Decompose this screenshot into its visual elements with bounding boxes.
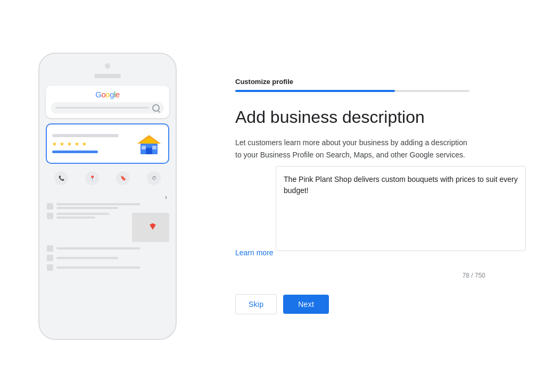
learn-more-link[interactable]: Learn more — [235, 248, 274, 257]
button-row: Skip Next — [235, 294, 528, 314]
call-icon: 📞 — [54, 171, 68, 185]
business-description-textarea[interactable] — [276, 166, 526, 251]
info-lines-3 — [56, 257, 168, 259]
star-rating: ★ ★ ★ ★ ★ — [52, 141, 135, 147]
info-row-1 — [46, 203, 169, 210]
char-count: 78 / 750 — [235, 272, 485, 279]
info-line-2a — [56, 247, 141, 249]
map-info-line-a — [56, 213, 109, 215]
main-container: Google ★ ★ ★ ★ ★ — [17, 10, 528, 382]
info-row-2 — [46, 245, 169, 252]
phone-search-bar: Google — [46, 86, 169, 118]
business-card-highlight: ★ ★ ★ ★ ★ — [46, 123, 169, 164]
progress-label: Customize profile — [235, 78, 528, 86]
svg-rect-1 — [146, 148, 152, 154]
skip-button[interactable]: Skip — [235, 294, 277, 314]
progress-section: Customize profile — [235, 78, 528, 92]
form-title: Add business description — [235, 107, 528, 127]
form-description: Let customers learn more about your busi… — [235, 137, 469, 161]
star-5: ★ — [82, 141, 88, 147]
progress-bar-background — [235, 90, 469, 92]
info-icon-3 — [47, 255, 53, 261]
map-info-lines — [56, 213, 127, 219]
card-info: ★ ★ ★ ★ ★ — [52, 134, 135, 153]
search-input-mock — [51, 102, 164, 114]
info-lines-2 — [56, 247, 168, 249]
search-icon — [152, 104, 160, 112]
next-button[interactable]: Next — [283, 295, 329, 314]
save-icon: 🔖 — [116, 171, 130, 185]
star-4: ★ — [75, 141, 81, 147]
directions-icon: 📍 — [85, 171, 99, 185]
card-link-line — [52, 151, 98, 153]
info-line-3a — [56, 257, 118, 259]
map-info-line-b — [56, 216, 95, 219]
chevron-row: › — [46, 194, 169, 201]
star-1: ★ — [52, 141, 59, 147]
info-row-4 — [46, 264, 169, 271]
star-3: ★ — [67, 141, 73, 147]
search-line — [55, 107, 149, 109]
card-name-line — [52, 134, 119, 137]
google-logo: Google — [51, 90, 164, 99]
map-info — [46, 213, 128, 242]
star-2: ★ — [60, 141, 66, 147]
phone-mockup-wrap: Google ★ ★ ★ ★ ★ — [17, 53, 198, 340]
info-line-4a — [56, 266, 141, 269]
more-icon: ⏱ — [147, 171, 161, 185]
map-info-row-1 — [46, 213, 128, 219]
info-line-1a — [56, 203, 141, 205]
info-lines-4 — [56, 266, 168, 269]
map-pin — [150, 224, 156, 230]
phone-mockup: Google ★ ★ ★ ★ ★ — [38, 53, 177, 340]
store-icon — [135, 130, 163, 157]
svg-rect-4 — [142, 146, 146, 149]
svg-rect-5 — [152, 146, 156, 149]
map-row — [46, 213, 169, 242]
action-icons-row: 📞 📍 🔖 ⏱ — [46, 168, 169, 188]
info-row-3 — [46, 255, 169, 261]
progress-bar-fill — [235, 90, 395, 92]
info-icon-2 — [47, 245, 53, 252]
form-panel: Customize profile Add business descripti… — [230, 78, 528, 314]
info-line-1b — [56, 207, 118, 209]
info-lines-1 — [56, 203, 168, 209]
info-icon-4 — [47, 264, 53, 271]
phone-speaker — [94, 74, 121, 78]
map-thumbnail — [132, 213, 169, 242]
info-icon-1 — [47, 203, 53, 210]
map-info-icon — [47, 213, 53, 219]
phone-camera — [105, 63, 110, 69]
